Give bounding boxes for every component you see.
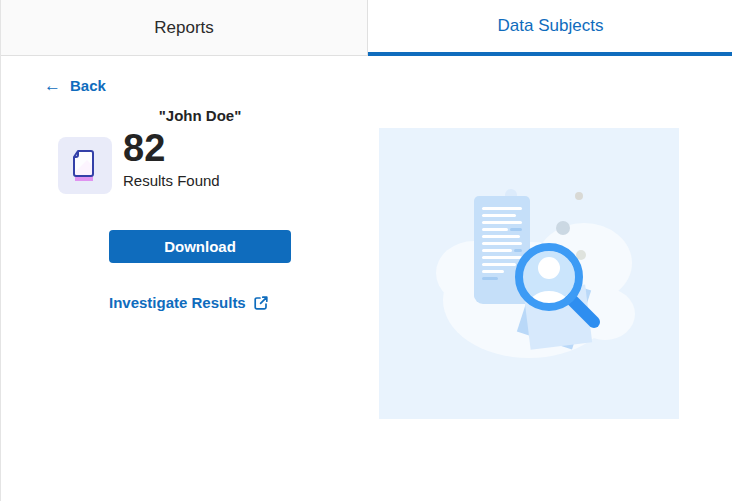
back-label: Back <box>70 77 106 94</box>
illustration-panel <box>379 128 679 419</box>
document-icon-glyph <box>64 144 106 188</box>
tab-reports-label: Reports <box>154 18 214 38</box>
back-link[interactable]: ← Back <box>44 77 106 94</box>
tab-data-subjects[interactable]: Data Subjects <box>368 0 732 56</box>
investigate-results-link[interactable]: Investigate Results <box>109 294 269 311</box>
search-query-name: "John Doe" <box>109 107 291 124</box>
document-icon <box>58 137 112 194</box>
tab-reports[interactable]: Reports <box>1 0 368 56</box>
data-subjects-results-page: Reports Data Subjects ← Back "John Doe" … <box>0 0 732 501</box>
results-count: 82 <box>123 124 165 172</box>
back-arrow-icon: ← <box>44 77 61 94</box>
tab-data-subjects-label: Data Subjects <box>498 16 604 36</box>
download-button[interactable]: Download <box>109 230 291 263</box>
results-count-label: Results Found <box>123 172 220 189</box>
investigate-results-label: Investigate Results <box>109 294 246 311</box>
external-link-icon <box>253 295 269 311</box>
person-search-illustration <box>379 128 679 419</box>
